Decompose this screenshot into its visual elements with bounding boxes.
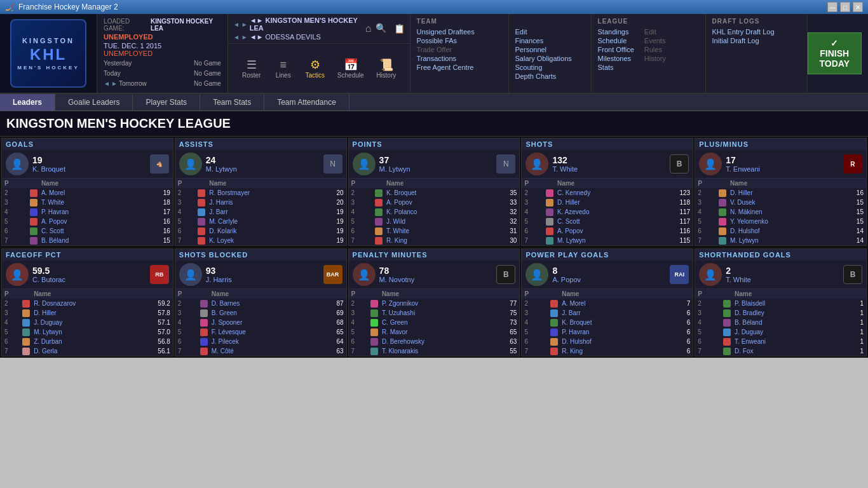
team-link-transactions[interactable]: Transactions bbox=[417, 54, 502, 63]
edit-menu-panel: Edit Finances Personnel Salary Obligatio… bbox=[509, 14, 592, 93]
tab-team-attendance[interactable]: Team Attendance bbox=[264, 94, 349, 111]
finish-today-button[interactable]: ✓ FINISH TODAY bbox=[808, 32, 862, 74]
tab-leaders[interactable]: Leaders bbox=[0, 94, 55, 111]
table-row: 2R. Borstmayer20 bbox=[175, 188, 346, 198]
faceoff-title: FACEOFF PCT bbox=[6, 251, 169, 259]
edit-link-personnel[interactable]: Personnel bbox=[515, 45, 585, 54]
table-row: 4B. Béland1 bbox=[695, 318, 866, 327]
table-row: 4K. Polanco32 bbox=[349, 207, 520, 217]
history-tool[interactable]: 📜 History bbox=[372, 58, 400, 79]
logo-panel: KINGSTON KHL MEN'S HOCKEY bbox=[0, 14, 97, 93]
table-row: 3V. Dusek15 bbox=[695, 198, 866, 207]
league-link-standings[interactable]: Standings bbox=[598, 27, 634, 36]
roster-tool[interactable]: ☰ Roster bbox=[238, 58, 266, 79]
shots-title: SHOTS bbox=[526, 140, 689, 148]
faceoff-leader-score: 59.5 bbox=[32, 266, 150, 276]
team-toolbar: ◄ ► ◄► KINGSTON MEN'S HOCKEY LEA ◄ ► ◄► … bbox=[228, 14, 410, 93]
edit-link-finances[interactable]: Finances bbox=[515, 36, 585, 45]
edit-link-edit[interactable]: Edit bbox=[515, 27, 585, 36]
edit-link-depth[interactable]: Depth Charts bbox=[515, 72, 585, 81]
edit-link-salary[interactable]: Salary Obligations bbox=[515, 54, 585, 63]
league-link-edit[interactable]: Edit bbox=[644, 27, 666, 36]
table-row: 4J. Spooner68 bbox=[175, 318, 346, 327]
next-arrow[interactable]: ► bbox=[111, 79, 118, 89]
goals-leader-score: 19 bbox=[32, 155, 150, 165]
table-row: 4J. Barr19 bbox=[175, 207, 346, 217]
team-link-fa[interactable]: Possible FAs bbox=[417, 36, 502, 45]
team-link-fac[interactable]: Free Agent Centre bbox=[417, 63, 502, 72]
title-bar: 🏒 Franchise Hockey Manager 2 — □ ✕ bbox=[0, 0, 868, 14]
bookmark-icon[interactable]: 📋 bbox=[394, 24, 405, 34]
table-row: 6Z. Durban56.8 bbox=[2, 337, 173, 346]
tactics-tool[interactable]: ⚙ Tactics bbox=[301, 58, 329, 79]
points-leader-score: 37 bbox=[379, 155, 497, 165]
team-link-trade[interactable]: Trade Offer bbox=[417, 45, 502, 54]
search-icon[interactable]: 🔍 bbox=[376, 23, 386, 34]
league-link-schedule[interactable]: Schedule bbox=[598, 36, 634, 45]
team-link-unsigned[interactable]: Unsigned Draftees bbox=[417, 27, 502, 36]
penalty-panel: PENALTY MINUTES 👤 78 M. Novotny B PName … bbox=[348, 248, 520, 356]
stats-row-1: GOALS 👤 19 K. Broquet 🐴 PName 2A. Morel1… bbox=[0, 137, 868, 247]
shg-panel: SHORTHANDED GOALS 👤 2 T. White B PName 2… bbox=[695, 248, 867, 356]
team2-name: ◄► ODESSA DEVILS bbox=[250, 33, 321, 41]
table-row: 5P. Havran6 bbox=[522, 327, 693, 337]
table-row: 6T. Enweani1 bbox=[695, 337, 866, 346]
team2-next[interactable]: ► bbox=[241, 34, 248, 41]
league-link-rules[interactable]: Rules bbox=[644, 45, 666, 54]
minimize-btn[interactable]: — bbox=[827, 2, 837, 12]
penalty-leader-name[interactable]: M. Novotny bbox=[379, 276, 497, 283]
shg-leader-score: 2 bbox=[726, 266, 843, 276]
tab-goalie-leaders[interactable]: Goalie Leaders bbox=[55, 94, 133, 111]
team1-next[interactable]: ► bbox=[241, 21, 248, 28]
table-row: 2A. Morel19 bbox=[2, 188, 173, 198]
shots-blocked-panel: SHOTS BLOCKED 👤 93 J. Harris BAR PName 2… bbox=[175, 248, 347, 356]
table-row: 7M. Côté63 bbox=[175, 346, 346, 356]
shg-title: SHORTHANDED GOALS bbox=[699, 251, 862, 259]
tab-team-stats[interactable]: Team Stats bbox=[200, 94, 264, 111]
title-bar-controls[interactable]: — □ ✕ bbox=[827, 2, 863, 12]
draft-link-initial[interactable]: Initial Draft Log bbox=[712, 36, 801, 45]
team2-prev[interactable]: ◄ bbox=[233, 34, 240, 41]
prev-arrow[interactable]: ◄ bbox=[104, 79, 110, 89]
table-row: 5C. Scott117 bbox=[522, 217, 693, 226]
app-title: Franchise Hockey Manager 2 bbox=[18, 3, 118, 11]
shg-leader-name[interactable]: T. White bbox=[726, 276, 843, 283]
ppg-leader-name[interactable]: A. Popov bbox=[552, 276, 670, 283]
shots-leader-name[interactable]: T. White bbox=[552, 165, 670, 173]
league-link-events[interactable]: Events bbox=[644, 36, 666, 45]
table-row: 3D. Hiller118 bbox=[522, 198, 693, 207]
shots-blocked-leader-name[interactable]: J. Harris bbox=[206, 276, 323, 283]
table-row: 6C. Scott16 bbox=[2, 226, 173, 236]
league-link-stats[interactable]: Stats bbox=[598, 63, 634, 72]
league-link-history[interactable]: History bbox=[644, 54, 666, 63]
draft-link-khl[interactable]: KHL Entry Draft Log bbox=[712, 27, 801, 36]
assists-panel: ASSISTS 👤 24 M. Lytwyn N PName 2R. Borst… bbox=[175, 138, 347, 246]
goals-leader-name[interactable]: K. Broquet bbox=[32, 165, 150, 173]
table-row: 4C. Green73 bbox=[349, 318, 520, 327]
maximize-btn[interactable]: □ bbox=[840, 2, 850, 12]
edit-link-scouting[interactable]: Scouting bbox=[515, 63, 585, 72]
points-leader-name[interactable]: M. Lytwyn bbox=[379, 165, 497, 173]
lines-tool[interactable]: ≡ Lines bbox=[271, 58, 296, 79]
league-link-frontoffice[interactable]: Front Office bbox=[598, 45, 634, 54]
table-row: 3T. Uzuhashi75 bbox=[349, 308, 520, 318]
plusminus-leader-name[interactable]: T. Enweani bbox=[726, 165, 843, 173]
table-row: 6T. White31 bbox=[349, 226, 520, 236]
date-display: TUE. DEC. 1 2015 bbox=[104, 42, 221, 50]
table-row: 5J. Wild32 bbox=[349, 217, 520, 226]
table-row: 6A. Popov116 bbox=[522, 226, 693, 236]
table-row: 5M. Carlyle19 bbox=[175, 217, 346, 226]
team1-prev[interactable]: ◄ bbox=[233, 21, 240, 28]
schedule-tool[interactable]: 📅 Schedule bbox=[334, 58, 367, 79]
table-row: 2P. Blaisdell1 bbox=[695, 299, 866, 308]
home-icon[interactable]: ⌂ bbox=[365, 23, 372, 34]
table-row: 2C. Kennedy123 bbox=[522, 188, 693, 198]
league-link-milestones[interactable]: Milestones bbox=[598, 54, 634, 63]
close-btn[interactable]: ✕ bbox=[853, 2, 863, 12]
faceoff-leader-name[interactable]: C. Butorac bbox=[32, 276, 150, 283]
assists-leader-name[interactable]: M. Lytwyn bbox=[206, 165, 323, 173]
plusminus-leader-score: 17 bbox=[726, 155, 843, 165]
tab-player-stats[interactable]: Player Stats bbox=[133, 94, 200, 111]
table-row: 7K. Loyek19 bbox=[175, 236, 346, 245]
table-row: 2A. Morel7 bbox=[522, 299, 693, 308]
